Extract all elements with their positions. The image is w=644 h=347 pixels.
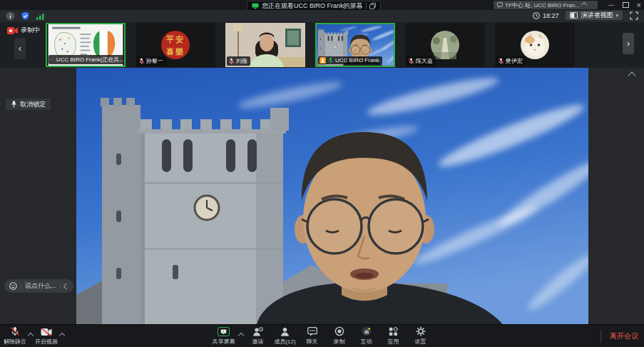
members-label: 成员(12) [274,338,295,346]
minimize-button[interactable]: — [608,1,615,9]
leave-meeting-button[interactable]: 离开会议 [610,331,638,341]
pill-divider [60,283,61,289]
close-button[interactable]: × [637,1,641,9]
participant-name: 孙黎一 [146,57,163,65]
active-speaker-video [76,68,588,325]
window-controls: — × [608,0,641,10]
garden-path-avatar [431,31,459,59]
meeting-status-bar: 18:27 演讲者视图 ▾ [0,10,644,23]
watching-title: 您正在观看UCC BIRO Frank的屏幕 [262,1,363,11]
participant-name: 樊伊宏 [506,57,523,65]
invite-label: 邀请 [252,338,264,346]
participant-tile[interactable]: 刘薇 [225,23,305,67]
mic-on-icon [327,57,334,64]
screen-share-icon [252,3,259,9]
secondary-tab-title: TF中心 站, UCC BIRO Fran... [505,1,580,9]
pill-divider [366,3,367,9]
quick-message-bar[interactable]: 说点什么... [4,279,73,293]
mic-muted-icon [138,58,145,64]
network-signal-icon[interactable] [36,12,45,21]
chat-bubble-icon [307,327,317,336]
record-label: 录制 [334,338,345,346]
title-bar: 您正在观看UCC BIRO Frank的屏幕 TF中心 站, UCC BIRO … [0,0,644,10]
start-video-label: 开启视频 [35,338,58,346]
chevron-right-icon: › [627,39,630,49]
speaker-video-frame [76,68,588,325]
members-icon [280,327,290,336]
cat-avatar [521,31,549,59]
share-screen-icon [218,327,230,336]
invite-button[interactable]: 邀请 [246,326,270,346]
participant-tile[interactable]: 樊伊宏 [495,23,575,67]
collapse-message-bar-icon[interactable] [63,283,68,288]
host-icon [320,57,326,64]
mic-muted-icon [498,58,504,64]
participant-name: UCC BIRO Frank(正在共... [56,56,124,64]
layout-icon [570,12,578,19]
share-screen-button[interactable]: 共享屏幕 [212,326,236,346]
filmstrip-scroll-left-button[interactable]: ‹ [14,38,26,59]
participant-tile-frank-sharing[interactable]: UCC BIRO Frank(正在共... [46,23,126,67]
emoji-smiley-icon[interactable] [9,282,17,290]
view-mode-button[interactable]: 演讲者视图 ▾ [566,11,623,20]
apps-button[interactable]: 应用 [382,326,406,346]
maximize-button[interactable] [623,2,629,8]
mic-on-icon [54,56,55,63]
interact-label: 互动 [361,338,372,346]
settings-label: 设置 [415,338,426,346]
mic-muted-icon [10,326,20,336]
unmute-button[interactable]: 解除静音 [3,326,27,346]
unmute-label: 解除静音 [4,338,26,346]
chevron-up-icon [628,71,635,79]
security-shield-icon[interactable] [21,11,30,21]
unpin-video-badge[interactable]: 取消锁定 [6,99,51,110]
switch-windows-icon[interactable] [369,3,376,9]
recording-indicator[interactable]: 录制中 [7,26,40,35]
mic-muted-icon [408,58,414,64]
chat-window-icon [497,2,503,8]
seal-avatar: 平安 喜樂 [161,31,190,59]
mic-muted-icon [228,58,235,64]
share-options-caret[interactable] [237,333,243,338]
participant-chip: UCC BIRO Frank(正在共... [48,55,126,64]
meeting-app-window: 您正在观看UCC BIRO Frank的屏幕 TF中心 站, UCC BIRO … [0,0,644,347]
recording-camera-icon [7,27,18,34]
meeting-info-icon[interactable] [6,11,15,21]
participant-filmstrip: 录制中 ‹ UCC BIRO Frank(正在共... 平安 喜樂 [0,22,644,68]
unpin-label: 取消锁定 [20,100,46,109]
message-placeholder[interactable]: 说点什么... [25,281,56,291]
view-mode-caret: ▾ [615,13,618,19]
view-mode-label: 演讲者视图 [581,11,613,20]
collapse-filmstrip-button[interactable] [627,72,637,79]
watching-screen-pill[interactable]: 您正在观看UCC BIRO Frank的屏幕 [247,1,381,11]
participant-chip: 樊伊宏 [496,56,526,66]
participant-name: 陈大嘉 [416,57,433,65]
interact-button[interactable]: 互动 [354,326,379,346]
share-screen-label: 共享屏幕 [213,338,235,346]
participant-chip: 陈大嘉 [407,56,436,66]
fullscreen-icon[interactable] [630,11,638,20]
secondary-window-tab[interactable]: TF中心 站, UCC BIRO Fran... [494,1,598,9]
filmstrip-scroll-right-button[interactable]: › [623,33,634,54]
participant-tile-frank[interactable]: UCC BIRO Frank [315,23,395,67]
participant-chip: UCC BIRO Frank [318,56,382,64]
audio-options-caret[interactable] [28,333,34,338]
seal-text-row2: 喜樂 [166,48,185,55]
video-options-caret[interactable] [59,333,65,338]
seal-text-row1: 平安 [166,36,185,43]
meeting-timer: 18:27 [533,12,559,19]
participant-name: UCC BIRO Frank [335,57,379,64]
members-button[interactable]: 成员(12) [273,326,297,346]
participant-name: 刘薇 [236,57,247,65]
participant-tile[interactable]: 平安 喜樂 孙黎一 [136,23,215,67]
apps-grid-icon [389,327,398,336]
start-video-button[interactable]: 开启视频 [34,326,58,346]
tab-collapse-icon[interactable] [581,2,587,8]
participant-tile[interactable]: 陈大嘉 [405,23,485,67]
bottom-toolbar: 解除静音 开启视频 共享屏幕 [0,324,644,347]
apps-label: 应用 [388,338,399,346]
settings-button[interactable]: 设置 [409,326,433,346]
record-button[interactable]: 录制 [327,326,352,346]
pill-divider [21,283,21,289]
chat-button[interactable]: 聊天 [300,326,324,346]
